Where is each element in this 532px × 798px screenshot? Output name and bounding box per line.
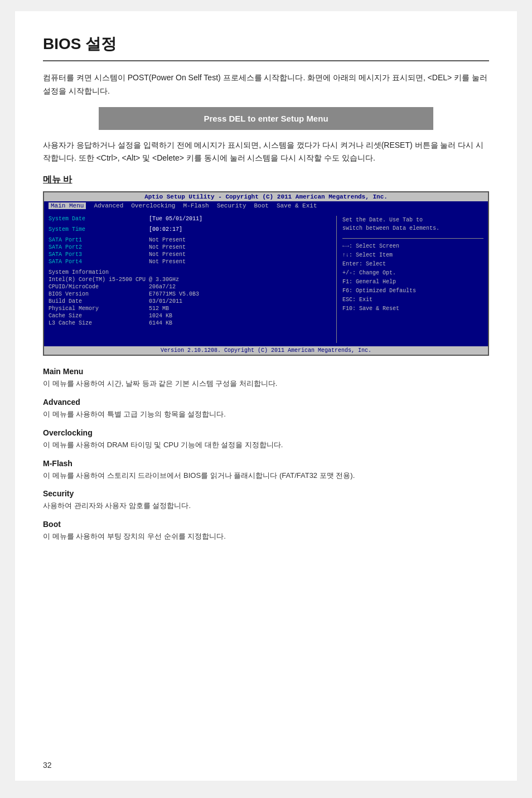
menu-section-boot: Boot 이 메뉴를 사용하여 부팅 장치의 우선 순쉬를 지정합니다. [43, 520, 489, 543]
menu-section-mflash-desc: 이 메뉴를 사용하여 스토리지 드라이브에서 BIOS를 읽거나 플래시합니다 … [43, 470, 489, 482]
bios-build-date-row: Build Date 03/01/2011 [49, 298, 331, 304]
bios-cpuid-label: CPUID/MicroCode [49, 284, 149, 290]
press-del-text: Press DEL to enter Setup Menu [204, 114, 328, 123]
bios-l3cache-label: L3 Cache Size [49, 320, 149, 326]
intro-text-1: 컴퓨터를 켜면 시스템이 POST(Power On Self Test) 프로… [43, 71, 489, 98]
bios-key-esc: ESC: Exit [342, 296, 483, 304]
bios-right-panel: Set the Date. Use Tab toswitch between D… [336, 216, 483, 343]
page-title: BIOS 설정 [43, 33, 489, 55]
bios-cpuid-value: 206a7/12 [149, 284, 176, 290]
bios-system-date-value: [Tue 05/01/2011] [149, 216, 202, 222]
bios-system-date-label: System Date [49, 216, 149, 222]
bios-menu-boot[interactable]: Boot [254, 202, 268, 209]
bios-bios-version-row: BIOS Version E76771MS V5.0B3 [49, 291, 331, 297]
bios-version-label: BIOS Version [49, 291, 149, 297]
bios-sata2-value: Not Present [149, 244, 186, 250]
bios-menu-advanced[interactable]: Advanced [94, 202, 123, 209]
bios-key-guide: ←→: Select Screen ↑↓: Select Item Enter:… [342, 238, 483, 313]
bios-menu-main[interactable]: Main Menu [49, 202, 86, 209]
bios-version-value: E76771MS V5.0B3 [149, 291, 199, 297]
bios-menu-mflash[interactable]: M-Flash [183, 202, 209, 209]
menu-section-mflash: M-Flash 이 메뉴를 사용하여 스토리지 드라이브에서 BIOS를 읽거나… [43, 459, 489, 482]
bios-key-enter: Enter: Select [342, 260, 483, 269]
bios-system-time-label: System Time [49, 226, 149, 233]
bios-build-date-value: 03/01/2011 [149, 298, 182, 304]
bios-title-bar: Aptio Setup Utility - Copyright (C) 2011… [44, 192, 488, 201]
bios-key-screen: ←→: Select Screen [342, 242, 483, 251]
menu-section-main: Main Menu 이 메뉴를 사용하여 시간, 날짜 등과 같은 기본 시스템… [43, 367, 489, 390]
bios-body: System Date [Tue 05/01/2011] System Time… [44, 210, 488, 346]
bios-menu-security[interactable]: Security [217, 202, 246, 209]
menu-section-security: Security 사용하여 관리자와 사용자 암호를 설정합니다. [43, 489, 489, 512]
bios-sata4-value: Not Present [149, 259, 186, 265]
bios-sata3-value: Not Present [149, 252, 186, 258]
bios-key-f10: F10: Save & Reset [342, 304, 483, 313]
bios-key-f1: F1: General Help [342, 278, 483, 287]
bios-left-panel: System Date [Tue 05/01/2011] System Time… [49, 216, 331, 343]
menu-section-main-desc: 이 메뉴를 사용하여 시간, 날짜 등과 같은 기본 시스템 구성을 처리합니다… [43, 378, 489, 390]
press-del-box: Press DEL to enter Setup Menu [99, 107, 433, 130]
menu-section-advanced-title: Advanced [43, 398, 489, 407]
menu-section-main-title: Main Menu [43, 367, 489, 376]
menu-section-mflash-title: M-Flash [43, 459, 489, 468]
menu-section-overclocking-title: Overclocking [43, 428, 489, 437]
bios-sata4-label: SATA Port4 [49, 259, 149, 265]
menu-section-security-title: Security [43, 489, 489, 498]
bios-sata3-label: SATA Port3 [49, 252, 149, 258]
bios-phys-mem-value: 512 MB [149, 306, 169, 312]
menu-section-overclocking-desc: 이 메뉴를 사용하여 DRAM 타이밍 및 CPU 기능에 대한 설정을 지정합… [43, 439, 489, 451]
bios-screen: Aptio Setup Utility - Copyright (C) 2011… [43, 191, 489, 356]
bios-cache-row: Cache Size 1024 KB [49, 313, 331, 319]
bios-menu-bar: Main Menu Advanced Overclocking M-Flash … [44, 201, 488, 210]
bios-cache-value: 1024 KB [149, 313, 172, 319]
title-divider [43, 60, 489, 61]
bios-sata1-label: SATA Port1 [49, 237, 149, 243]
bios-phys-mem-label: Physical Memory [49, 306, 149, 312]
bios-sysinfo-header: System Information [49, 269, 331, 275]
bios-phys-mem-row: Physical Memory 512 MB [49, 306, 331, 312]
bios-key-change: +/-: Change Opt. [342, 269, 483, 278]
intro-text-2: 사용자가 응답하거나 설정을 입력하기 전에 메시지가 표시되면, 시스템을 껐… [43, 139, 489, 166]
bios-sata3-row: SATA Port3 Not Present [49, 252, 331, 258]
bios-system-date-row: System Date [Tue 05/01/2011] [49, 216, 331, 222]
bios-menu-save-exit[interactable]: Save & Exit [277, 202, 317, 209]
bios-l3cache-value: 6144 KB [149, 320, 172, 326]
bios-build-date-label: Build Date [49, 298, 149, 304]
bios-system-time-row: System Time [00:02:17] [49, 226, 331, 233]
bios-cpuid-row: CPUID/MicroCode 206a7/12 [49, 284, 331, 290]
bios-menu-overclocking[interactable]: Overclocking [131, 202, 175, 209]
bios-sata4-row: SATA Port4 Not Present [49, 259, 331, 265]
bios-system-time-value: [00:02:17] [149, 226, 182, 233]
bios-help-text: Set the Date. Use Tab toswitch between D… [342, 216, 483, 233]
menu-section-overclocking: Overclocking 이 메뉴를 사용하여 DRAM 타이밍 및 CPU 기… [43, 428, 489, 451]
menu-section-boot-desc: 이 메뉴를 사용하여 부팅 장치의 우선 순쉬를 지정합니다. [43, 531, 489, 543]
bios-cpu-info: Intel(R) Core(TM) i5-2500 CPU @ 3.30GHz [49, 277, 331, 283]
bios-sata1-value: Not Present [149, 237, 186, 243]
bios-footer: Version 2.10.1208. Copyright (C) 2011 Am… [44, 346, 488, 355]
menu-bar-heading: 메뉴 바 [43, 174, 489, 186]
bios-cache-label: Cache Size [49, 313, 149, 319]
bios-key-f6: F6: Optimized Defaults [342, 287, 483, 296]
menu-section-security-desc: 사용하여 관리자와 사용자 암호를 설정합니다. [43, 500, 489, 512]
bios-sata2-label: SATA Port2 [49, 244, 149, 250]
bios-sata2-row: SATA Port2 Not Present [49, 244, 331, 250]
menu-section-boot-title: Boot [43, 520, 489, 529]
page-number: 32 [43, 761, 52, 770]
menu-section-advanced: Advanced 이 메뉴를 사용하여 특별 고급 기능의 항목을 설정합니다. [43, 398, 489, 420]
page-container: BIOS 설정 컴퓨터를 켜면 시스템이 POST(Power On Self … [15, 11, 517, 781]
menu-section-advanced-desc: 이 메뉴를 사용하여 특별 고급 기능의 항목을 설정합니다. [43, 409, 489, 420]
bios-key-item: ↑↓: Select Item [342, 251, 483, 260]
bios-l3cache-row: L3 Cache Size 6144 KB [49, 320, 331, 326]
bios-sata1-row: SATA Port1 Not Present [49, 237, 331, 243]
